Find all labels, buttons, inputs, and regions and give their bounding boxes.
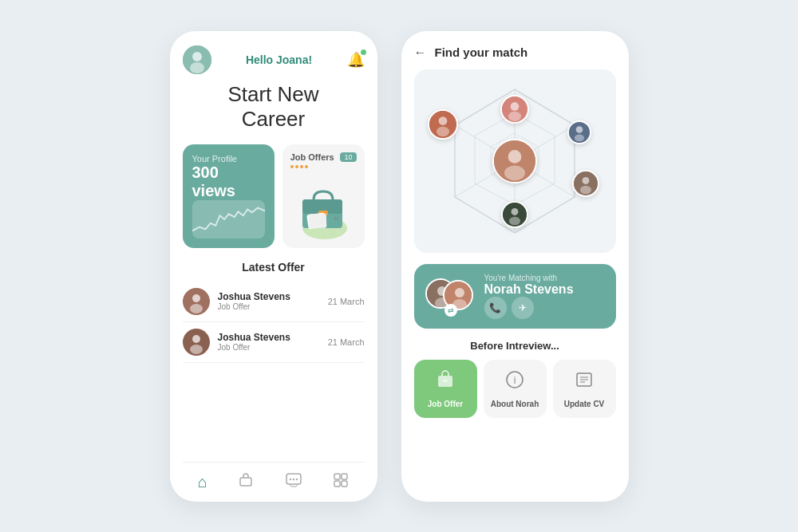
offer-name-2: Joshua Stevens: [218, 332, 320, 343]
svg-point-53: [437, 127, 449, 137]
dots-row: [290, 165, 308, 168]
interview-options: Job Offer i About Norah: [414, 360, 616, 418]
svg-point-43: [576, 126, 583, 133]
stats-row: Your Profile 300 views Job Offers 10: [183, 144, 365, 248]
svg-point-20: [290, 478, 291, 479]
svg-rect-61: [443, 380, 448, 382]
svg-point-13: [192, 294, 200, 302]
profile-label: Your Profile: [192, 154, 265, 164]
svg-point-47: [580, 186, 591, 195]
notification-dot: [361, 49, 366, 55]
section-title: Latest Offer: [183, 261, 365, 274]
svg-point-16: [192, 335, 200, 343]
svg-rect-18: [240, 478, 251, 486]
matching-avatars: ⇄: [425, 278, 476, 313]
offer-name-1: Joshua Stevens: [218, 291, 320, 302]
offer-item-1[interactable]: Joshua Stevens Job Offer 21 March: [183, 282, 365, 322]
left-phone: Hello Joana! 🔔 Start New Career Your Pro…: [170, 31, 377, 502]
job-offers-label: Job Offers: [290, 152, 334, 162]
svg-point-1: [192, 52, 202, 61]
matching-actions: 📞 ✈: [484, 297, 605, 319]
svg-rect-25: [334, 481, 340, 487]
matching-label: You're Matching with: [484, 274, 605, 282]
right-header: ← Find your match: [414, 45, 616, 60]
svg-rect-24: [342, 474, 347, 479]
nav-home[interactable]: ⌂: [198, 473, 207, 491]
offer-date-2: 21 March: [328, 337, 365, 347]
svg-point-14: [190, 304, 203, 313]
left-header: Hello Joana! 🔔: [183, 45, 365, 74]
offer-date-1: 21 March: [328, 297, 365, 306]
offer-type-1: Job Offer: [218, 302, 320, 311]
svg-point-2: [190, 62, 204, 73]
match-area: [414, 69, 616, 253]
job-offers-badge: 10: [340, 152, 356, 162]
svg-point-38: [504, 165, 525, 180]
update-cv-option[interactable]: Update CV: [553, 360, 616, 418]
svg-rect-26: [342, 481, 347, 487]
svg-point-52: [439, 116, 448, 125]
svg-point-40: [511, 102, 519, 111]
svg-point-37: [508, 150, 522, 164]
offer-avatar-1: [183, 288, 210, 315]
job-offers-header: Job Offers 10: [290, 152, 357, 162]
app-container: Hello Joana! 🔔 Start New Career Your Pro…: [0, 15, 798, 518]
update-cv-label: Update CV: [564, 400, 605, 408]
profile-card: Your Profile 300 views: [183, 144, 275, 248]
svg-point-58: [455, 288, 464, 298]
job-offer-option[interactable]: Job Offer: [414, 360, 477, 418]
right-title: Find your match: [435, 45, 528, 59]
svg-text:i: i: [514, 375, 516, 386]
nav-messages[interactable]: [285, 472, 302, 492]
offer-avatar-2: [183, 329, 210, 356]
svg-point-22: [296, 478, 298, 479]
svg-point-49: [512, 208, 519, 215]
nav-grid[interactable]: [333, 472, 349, 492]
swap-icon: ⇄: [444, 304, 457, 317]
about-norah-option[interactable]: i About Norah: [484, 360, 547, 418]
matching-card: ⇄ You're Matching with Norah Stevens 📞 ✈: [414, 264, 616, 329]
svg-point-46: [583, 177, 590, 184]
offer-info-1: Joshua Stevens Job Offer: [218, 291, 320, 311]
about-norah-icon: i: [504, 369, 525, 395]
nav-briefcase[interactable]: [238, 472, 254, 492]
profile-views: 300 views: [192, 164, 265, 200]
svg-rect-9: [333, 219, 341, 228]
top-match-avatar: [500, 95, 529, 124]
bottom-right-match-avatar: [572, 170, 599, 197]
svg-point-41: [508, 111, 521, 120]
svg-rect-8: [309, 213, 327, 228]
before-interview-title: Before Intreview...: [414, 340, 616, 352]
matching-info: You're Matching with Norah Stevens 📞 ✈: [484, 274, 605, 319]
profile-chart: [192, 200, 265, 238]
offer-type-2: Job Offer: [218, 343, 320, 352]
offer-item-2[interactable]: Joshua Stevens Job Offer 21 March: [183, 322, 365, 363]
main-title: Start New Career: [183, 82, 365, 132]
update-cv-icon: [574, 369, 595, 395]
user-avatar: [183, 45, 211, 74]
svg-point-17: [190, 345, 203, 354]
matching-name: Norah Stevens: [484, 282, 605, 297]
back-button[interactable]: ←: [414, 45, 427, 60]
job-offers-card: Job Offers 10: [282, 144, 365, 248]
svg-rect-23: [334, 474, 340, 479]
bottom-match-avatar: [501, 201, 528, 228]
bottom-nav: ⌂: [183, 462, 365, 492]
center-match-avatar: [492, 139, 537, 183]
message-button[interactable]: ✈: [512, 297, 534, 319]
briefcase-illustration: [290, 176, 357, 240]
about-norah-label: About Norah: [491, 400, 539, 408]
svg-point-44: [575, 134, 584, 141]
job-offer-label: Job Offer: [428, 400, 463, 408]
svg-point-50: [509, 217, 520, 226]
notification-bell[interactable]: 🔔: [347, 51, 365, 69]
offers-list: Joshua Stevens Job Offer 21 March Joshua…: [183, 282, 365, 363]
right-phone: ← Find your match: [401, 31, 629, 502]
greeting-text: Hello Joana!: [211, 53, 347, 66]
call-button[interactable]: 📞: [484, 297, 507, 319]
job-offer-icon: [435, 369, 456, 395]
svg-point-21: [293, 478, 294, 479]
offer-info-2: Joshua Stevens Job Offer: [218, 332, 320, 352]
top-right-match-avatar: [567, 120, 591, 144]
